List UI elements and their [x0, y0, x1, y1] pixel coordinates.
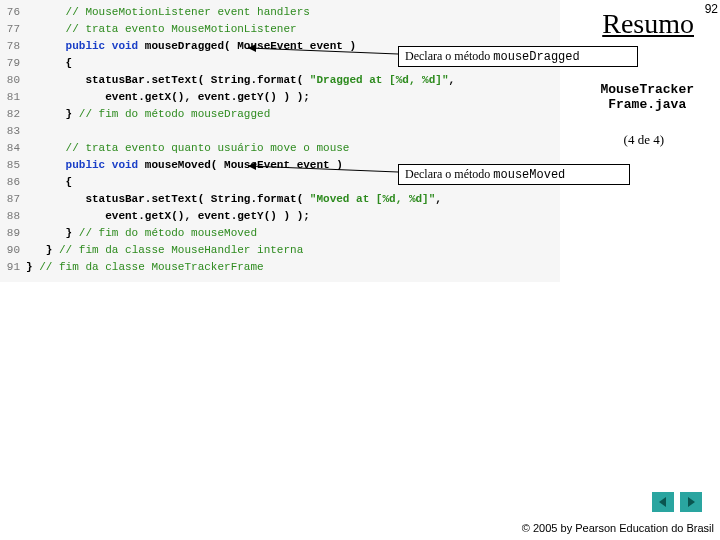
slide-number: 92 [705, 2, 718, 16]
callout-mousedragged: Declara o método mouseDragged [398, 46, 638, 67]
line-number: 87 [0, 191, 26, 208]
line-number: 78 [0, 38, 26, 55]
line-number: 77 [0, 21, 26, 38]
code-comment: // trata evento MouseMotionListener [26, 21, 560, 38]
svg-marker-5 [688, 497, 695, 507]
line-number: 85 [0, 157, 26, 174]
code-line: event.getX(), event.getY() ) ); [26, 208, 560, 225]
code-line: event.getX(), event.getY() ) ); [26, 89, 560, 106]
line-number: 82 [0, 106, 26, 123]
code-line: } // fim da classe MouseHandler interna [26, 242, 560, 259]
line-number: 90 [0, 242, 26, 259]
page-title: Resumo [602, 8, 694, 40]
copyright-text: © 2005 by Pearson Education do Brasil [522, 522, 714, 534]
line-number: 89 [0, 225, 26, 242]
code-line [26, 123, 560, 140]
code-line: } // fim do método mouseDragged [26, 106, 560, 123]
code-line: statusBar.setText( String.format( "Dragg… [26, 72, 560, 89]
line-number: 91 [0, 259, 26, 276]
line-number: 76 [0, 4, 26, 21]
code-line: statusBar.setText( String.format( "Moved… [26, 191, 560, 208]
nav-controls [652, 492, 702, 512]
line-number: 88 [0, 208, 26, 225]
next-button[interactable] [680, 492, 702, 512]
pager-label: (4 de 4) [624, 132, 664, 148]
line-number: 83 [0, 123, 26, 140]
code-line: } // fim da classe MouseTrackerFrame [26, 259, 560, 276]
code-comment: // trata evento quanto usuário move o mo… [26, 140, 560, 157]
line-number: 79 [0, 55, 26, 72]
line-number: 84 [0, 140, 26, 157]
line-number: 81 [0, 89, 26, 106]
svg-marker-4 [659, 497, 666, 507]
code-line: } // fim do método mouseMoved [26, 225, 560, 242]
line-number: 80 [0, 72, 26, 89]
code-comment: // MouseMotionListener event handlers [26, 4, 560, 21]
line-number: 86 [0, 174, 26, 191]
file-label: MouseTrackerFrame.java [600, 82, 694, 112]
callout-mousemoved: Declara o método mouseMoved [398, 164, 630, 185]
code-block: 76 // MouseMotionListener event handlers… [0, 0, 560, 282]
prev-button[interactable] [652, 492, 674, 512]
